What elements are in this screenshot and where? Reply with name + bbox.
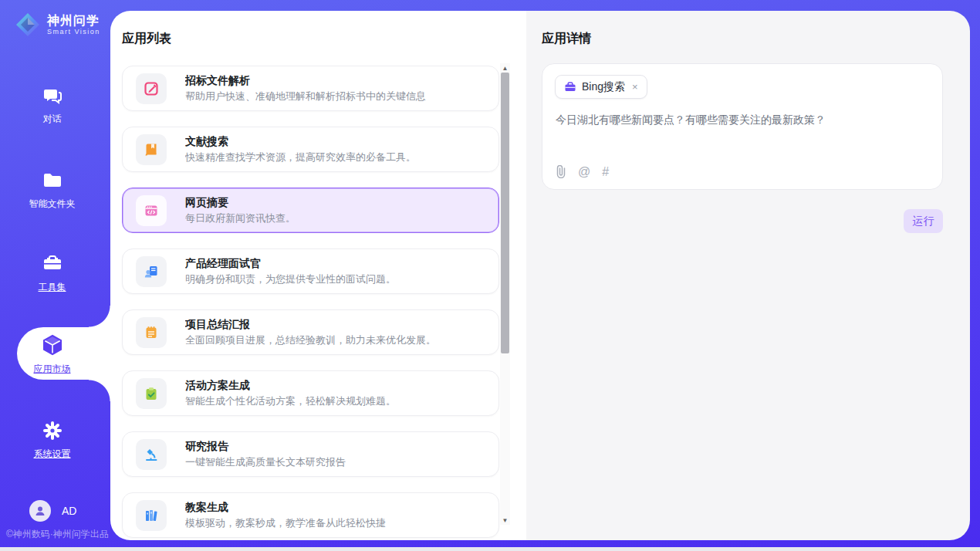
- sidebar-item-settings[interactable]: 系统设置: [0, 420, 104, 461]
- sidebar-item-label: 系统设置: [34, 448, 71, 459]
- book-icon: [136, 134, 167, 165]
- interviewer-icon: [136, 256, 167, 287]
- logo-subtitle: Smart Vision: [47, 28, 100, 36]
- app-description: 模板驱动，教案秒成，教学准备从此轻松快捷: [185, 517, 386, 529]
- app-description: 每日政府新闻资讯快查。: [185, 212, 296, 225]
- app-description: 快速精准查找学术资源，提高研究效率的必备工具。: [185, 151, 416, 164]
- app-card-lesson-plan[interactable]: 教案生成 模板驱动，教案秒成，教学准备从此轻松快捷: [122, 492, 499, 538]
- sidebar-item-app-market[interactable]: 应用市场: [0, 333, 104, 376]
- app-list-panel: 应用列表 招标文件解析 帮助用户快速、准确地理解和解析招标书中的关键信息: [110, 11, 526, 540]
- app-name: 产品经理面试官: [185, 257, 396, 270]
- app-list-scrollbar[interactable]: ▲ ▼: [500, 63, 510, 525]
- tool-tag-label: Bing搜索: [582, 80, 625, 94]
- run-button[interactable]: 运行: [904, 209, 943, 233]
- app-logo: 神州问学 Smart Vision: [14, 11, 100, 39]
- app-name: 项目总结汇报: [185, 318, 436, 331]
- sidebar: 神州问学 Smart Vision 对话 工具集 智能: [0, 0, 104, 547]
- chat-icon: [42, 85, 63, 106]
- main-content: 应用列表 招标文件解析 帮助用户快速、准确地理解和解析招标书中的关键信息: [110, 11, 970, 540]
- app-name: 活动方案生成: [185, 379, 396, 392]
- tool-tag-bing-search[interactable]: Bing搜索 ×: [555, 75, 647, 99]
- close-icon[interactable]: ×: [632, 81, 638, 93]
- avatar: [29, 500, 51, 522]
- app-name: 招标文件解析: [185, 74, 426, 87]
- hash-icon[interactable]: #: [602, 166, 609, 178]
- notepad-icon: [136, 317, 167, 348]
- logo-diamond-icon: [14, 11, 42, 39]
- app-name: 教案生成: [185, 501, 386, 514]
- books-icon: [136, 500, 167, 531]
- prompt-card[interactable]: Bing搜索 × 今日湖北有哪些新闻要点？有哪些需要关注的最新政策？ @ #: [542, 63, 943, 190]
- app-card-event-plan[interactable]: 活动方案生成 智能生成个性化活动方案，轻松解决规划难题。: [122, 370, 499, 416]
- app-detail-title: 应用详情: [542, 31, 591, 47]
- sidebar-item-label: 对话: [43, 113, 62, 124]
- attachment-icon[interactable]: [556, 165, 566, 178]
- scrollbar-thumb[interactable]: [501, 73, 509, 353]
- user-name: AD: [62, 505, 76, 517]
- web-code-icon: [136, 195, 167, 226]
- sidebar-item-label: 应用市场: [34, 363, 71, 374]
- scrollbar-down-arrow-icon[interactable]: ▼: [500, 516, 510, 525]
- user-account[interactable]: AD: [29, 500, 76, 522]
- clipboard-check-icon: [136, 378, 167, 409]
- sidebar-item-label: 工具集: [39, 282, 66, 292]
- app-list-title: 应用列表: [122, 31, 171, 47]
- bubble-curve-top: [89, 306, 110, 327]
- app-card-bid-document-parse[interactable]: 招标文件解析 帮助用户快速、准确地理解和解析招标书中的关键信息: [122, 66, 499, 111]
- app-description: 智能生成个性化活动方案，轻松解决规划难题。: [185, 395, 396, 407]
- briefcase-icon: [564, 81, 576, 93]
- copyright-text: ©神州数码·神州问学出品: [6, 528, 109, 541]
- sidebar-item-toolset[interactable]: 工具集: [0, 253, 104, 294]
- app-description: 全面回顾项目进展，总结经验教训，助力未来优化发展。: [185, 334, 436, 346]
- sidebar-item-smart-folder[interactable]: 工具集 智能文件夹: [0, 170, 104, 211]
- app-card-literature-search[interactable]: 文献搜索 快速精准查找学术资源，提高研究效率的必备工具。: [122, 127, 499, 172]
- prompt-input[interactable]: 今日湖北有哪些新闻要点？有哪些需要关注的最新政策？: [556, 112, 926, 127]
- app-description: 帮助用户快速、准确地理解和解析招标书中的关键信息: [185, 90, 426, 103]
- microscope-icon: [136, 439, 167, 470]
- document-edit-icon: [136, 73, 167, 104]
- folder-icon: [42, 170, 63, 191]
- app-card-web-summary[interactable]: 网页摘要 每日政府新闻资讯快查。: [122, 188, 499, 233]
- app-description: 一键智能生成高质量长文本研究报告: [185, 456, 346, 468]
- scrollbar-up-arrow-icon[interactable]: ▲: [500, 63, 510, 73]
- app-name: 文献搜索: [185, 135, 416, 148]
- bubble-curve-bottom: [89, 380, 110, 401]
- mention-icon[interactable]: @: [578, 166, 590, 178]
- app-window: 神州问学 Smart Vision 对话 工具集 智能: [0, 0, 980, 547]
- cube-icon: [41, 333, 64, 357]
- app-name: 研究报告: [185, 440, 346, 453]
- app-name: 网页摘要: [185, 196, 296, 209]
- toolbox-icon: [42, 253, 63, 275]
- composer-toolbar: @ #: [556, 165, 609, 178]
- sidebar-item-chat[interactable]: 对话: [0, 85, 104, 126]
- app-card-pm-interviewer[interactable]: 产品经理面试官 明确身份和职责，为您提供专业性的面试问题。: [122, 248, 499, 294]
- sidebar-item-label: 智能文件夹: [29, 198, 76, 209]
- app-card-research-report[interactable]: 研究报告 一键智能生成高质量长文本研究报告: [122, 431, 499, 477]
- app-cards: 招标文件解析 帮助用户快速、准确地理解和解析招标书中的关键信息 文献搜索: [122, 66, 499, 540]
- logo-title: 神州问学: [47, 14, 100, 28]
- app-detail-panel: 应用详情 Bing搜索 × 今日湖北有哪些新闻要点？有哪些需要关注的最新政策？: [526, 11, 970, 540]
- app-description: 明确身份和职责，为您提供专业性的面试问题。: [185, 273, 396, 286]
- gear-icon: [42, 420, 63, 441]
- app-card-project-summary[interactable]: 项目总结汇报 全面回顾项目进展，总结经验教训，助力未来优化发展。: [122, 309, 499, 355]
